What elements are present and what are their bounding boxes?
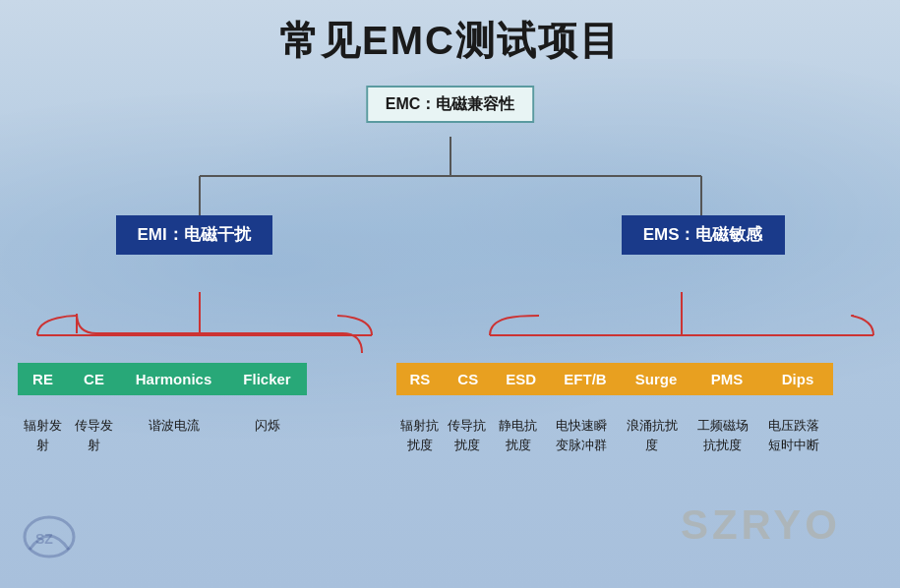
desc-ce: 传导发射: [69, 412, 120, 454]
emi-item-harmonics: Harmonics: [120, 363, 228, 395]
ems-descriptions: 辐射抗扰度 传导抗扰度 静电抗扰度 电快速瞬变脉冲群 浪涌抗扰度 工频磁场抗扰度…: [396, 412, 829, 454]
desc-cs: 传导抗扰度: [444, 412, 491, 454]
desc-esd: 静电抗扰度: [491, 412, 546, 454]
logo-svg: SZ: [20, 512, 79, 561]
emc-box: EMC：电磁兼容性: [366, 86, 535, 123]
emi-item-re: RE: [18, 363, 69, 395]
desc-pms: 工频磁场抗扰度: [688, 412, 758, 454]
ems-item-esd: ESD: [492, 363, 550, 395]
ems-box: EMS：电磁敏感: [622, 215, 785, 255]
main-container: 常见EMC测试项目: [0, 0, 900, 588]
desc-harmonics: 谐波电流: [120, 412, 228, 454]
watermark: SZRYO: [681, 501, 841, 549]
desc-re: 辐射发射: [18, 412, 69, 454]
hierarchy-lines-svg: [8, 78, 893, 559]
page-title: 常见EMC测试项目: [279, 14, 621, 68]
ems-item-surge: Surge: [621, 363, 691, 395]
emi-box: EMI：电磁干扰: [116, 215, 272, 255]
desc-eftb: 电快速瞬变脉冲群: [546, 412, 617, 454]
ems-item-dips: Dips: [762, 363, 833, 395]
emi-item-ce: CE: [69, 363, 120, 395]
desc-flicker: 闪烁: [228, 412, 307, 454]
desc-dips: 电压跌落短时中断: [758, 412, 829, 454]
svg-text:SZ: SZ: [35, 531, 53, 547]
emi-item-flicker: Flicker: [228, 363, 307, 395]
emi-descriptions: 辐射发射 传导发射 谐波电流 闪烁: [18, 412, 307, 454]
ems-items-row: RS CS ESD EFT/B Surge PMS Dips: [396, 363, 834, 395]
ems-item-cs: CS: [444, 363, 492, 395]
desc-rs: 辐射抗扰度: [396, 412, 444, 454]
desc-surge: 浪涌抗扰度: [617, 412, 688, 454]
ems-item-rs: RS: [396, 363, 445, 395]
ems-item-eftb: EFT/B: [550, 363, 621, 395]
ems-item-pms: PMS: [691, 363, 762, 395]
logo: SZ: [20, 512, 79, 568]
emi-items-row: RE CE Harmonics Flicker: [18, 363, 307, 395]
